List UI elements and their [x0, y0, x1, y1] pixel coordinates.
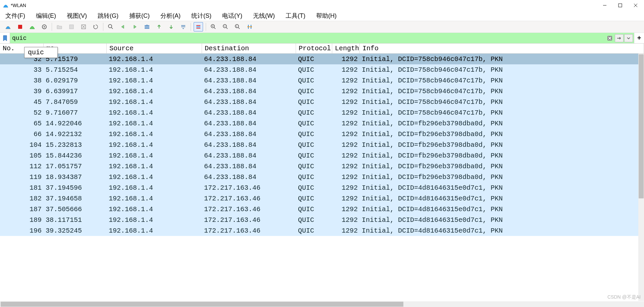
restart-capture-button[interactable]	[28, 22, 37, 32]
toolbar-separator	[103, 23, 103, 31]
svg-text:1: 1	[236, 25, 237, 27]
packet-row[interactable]: 6614.922132192.168.1.464.233.188.84QUIC1…	[0, 129, 644, 139]
menu-capture[interactable]: 捕获(C)	[127, 11, 155, 20]
vertical-scrollbar[interactable]	[638, 54, 644, 301]
zoom-in-button[interactable]	[209, 22, 218, 32]
packet-row[interactable]: 325.715179192.168.1.464.233.188.84QUIC12…	[0, 54, 644, 64]
column-header-length[interactable]: Length	[332, 44, 360, 53]
packet-row[interactable]: 335.715254192.168.1.464.233.188.84QUIC12…	[0, 64, 644, 75]
packet-row[interactable]: 18737.505666192.168.1.4172.217.163.46QUI…	[0, 204, 644, 214]
packet-row[interactable]: 11217.051757192.168.1.464.233.188.84QUIC…	[0, 161, 644, 172]
open-file-button[interactable]	[55, 22, 64, 32]
packet-row[interactable]: 457.847059192.168.1.464.233.188.84QUIC12…	[0, 97, 644, 107]
packet-row[interactable]: 18237.194658192.168.1.4172.217.163.46QUI…	[0, 193, 644, 204]
packet-row[interactable]: 19639.325245192.168.1.4172.217.163.46QUI…	[0, 225, 644, 236]
maximize-button[interactable]	[612, 0, 628, 11]
svg-rect-17	[181, 26, 185, 27]
go-last-button[interactable]	[166, 22, 176, 32]
window-title: *WLAN	[11, 3, 26, 8]
go-forward-button[interactable]	[130, 22, 140, 32]
add-filter-button[interactable]: +	[634, 33, 644, 43]
menu-telephony[interactable]: 电话(Y)	[219, 11, 248, 20]
titlebar: *WLAN	[0, 0, 644, 11]
toolbar-separator	[191, 23, 191, 31]
toolbar-separator	[206, 23, 206, 31]
go-to-packet-button[interactable]	[142, 22, 152, 32]
watermark: CSDN @不是AI	[607, 294, 641, 300]
packet-list[interactable]: 325.715179192.168.1.464.233.188.84QUIC12…	[0, 54, 644, 301]
svg-rect-1	[618, 4, 622, 7]
close-file-button[interactable]	[79, 22, 88, 32]
apply-filter-button[interactable]	[615, 34, 624, 42]
display-filter-input[interactable]	[10, 33, 605, 43]
menu-wireless[interactable]: 无线(W)	[250, 11, 280, 20]
menu-tools[interactable]: 工具(T)	[283, 11, 311, 20]
svg-rect-19	[196, 26, 200, 27]
column-header-destination[interactable]: Destination	[202, 44, 296, 53]
menu-stats[interactable]: 统计(S)	[189, 11, 217, 20]
packet-row[interactable]: 10515.844236192.168.1.464.233.188.84QUIC…	[0, 150, 644, 161]
close-button[interactable]	[628, 0, 643, 11]
colorize-button[interactable]	[194, 22, 203, 32]
svg-rect-7	[69, 25, 73, 29]
toolbar-separator	[52, 23, 52, 31]
svg-line-29	[238, 27, 240, 29]
autocomplete-item[interactable]: quic	[28, 49, 44, 56]
column-header-protocol[interactable]: Protocol	[296, 44, 332, 53]
horizontal-scrollbar[interactable]	[0, 301, 644, 307]
packet-row[interactable]: 10415.232813192.168.1.464.233.188.84QUIC…	[0, 139, 644, 150]
svg-line-26	[226, 27, 228, 29]
svg-line-22	[214, 27, 215, 29]
minimize-button[interactable]	[597, 0, 612, 11]
go-back-button[interactable]	[118, 22, 128, 32]
svg-rect-14	[145, 26, 149, 27]
svg-point-6	[44, 26, 45, 27]
menu-file[interactable]: 文件(F)	[3, 11, 31, 20]
column-header-info[interactable]: Info	[360, 44, 644, 53]
column-header-source[interactable]: Source	[107, 44, 202, 53]
wireshark-icon	[3, 2, 9, 8]
packet-row[interactable]: 11918.934387192.168.1.464.233.188.84QUIC…	[0, 172, 644, 182]
display-filter-bar: +	[0, 33, 644, 44]
scrollbar-thumb[interactable]	[1, 302, 403, 307]
svg-rect-15	[145, 28, 149, 29]
toolbar: 1	[0, 21, 644, 33]
resize-columns-button[interactable]	[245, 22, 254, 32]
packet-row[interactable]: 18137.194596192.168.1.4172.217.163.46QUI…	[0, 182, 644, 193]
save-file-button[interactable]	[67, 22, 76, 32]
find-packet-button[interactable]	[106, 22, 115, 32]
stop-capture-button[interactable]	[15, 22, 25, 32]
menu-edit[interactable]: 编辑(E)	[33, 11, 61, 20]
menubar: 文件(F) 编辑(E) 视图(V) 跳转(G) 捕获(C) 分析(A) 统计(S…	[0, 11, 644, 21]
packet-row[interactable]: 396.639917192.168.1.464.233.188.84QUIC12…	[0, 86, 644, 97]
clear-filter-button[interactable]	[605, 34, 614, 42]
packet-row[interactable]: 6514.922046192.168.1.464.233.188.84QUIC1…	[0, 118, 644, 129]
menu-go[interactable]: 跳转(G)	[95, 11, 124, 20]
svg-rect-20	[196, 28, 200, 28]
menu-help[interactable]: 帮助(H)	[313, 11, 342, 20]
filter-history-button[interactable]	[624, 34, 633, 42]
zoom-reset-button[interactable]: 1	[233, 22, 242, 32]
scrollbar-thumb[interactable]	[639, 54, 644, 198]
svg-rect-18	[196, 25, 200, 26]
reload-button[interactable]	[91, 22, 100, 32]
packet-row[interactable]: 18938.117151192.168.1.4172.217.163.46QUI…	[0, 214, 644, 225]
menu-analyze[interactable]: 分析(A)	[158, 11, 186, 20]
start-capture-button[interactable]	[3, 22, 13, 32]
filter-autocomplete-popup[interactable]: quic	[24, 47, 58, 58]
packet-list-header: No. me Source Destination Protocol Lengt…	[0, 44, 644, 54]
packet-row[interactable]: 386.029179192.168.1.464.233.188.84QUIC12…	[0, 75, 644, 86]
capture-options-button[interactable]	[40, 22, 49, 32]
go-first-button[interactable]	[154, 22, 164, 32]
zoom-out-button[interactable]	[221, 22, 230, 32]
packet-row[interactable]: 529.716077192.168.1.464.233.188.84QUIC12…	[0, 107, 644, 118]
svg-line-12	[111, 27, 113, 29]
menu-view[interactable]: 视图(V)	[64, 11, 92, 20]
filter-bookmark-button[interactable]	[0, 33, 10, 43]
svg-rect-4	[18, 25, 22, 29]
svg-point-11	[108, 24, 112, 28]
svg-rect-16	[181, 25, 185, 26]
auto-scroll-button[interactable]	[179, 22, 188, 32]
